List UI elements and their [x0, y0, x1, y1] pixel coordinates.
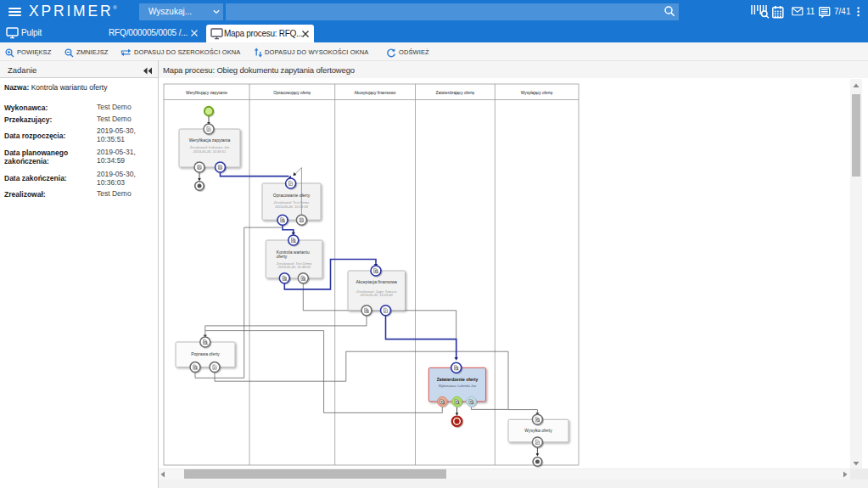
svg-text:Opracowujący ofertę: Opracowujący ofertę — [273, 91, 311, 95]
svg-text:2019-05-30, 10:36:03: 2019-05-30, 10:36:03 — [277, 265, 311, 269]
svg-text:2019-05-30, 10:14:59: 2019-05-30, 10:14:59 — [274, 205, 308, 209]
svg-text:Zatwierdzenie oferty: Zatwierdzenie oferty — [437, 377, 479, 382]
svg-text:Opracowanie oferty: Opracowanie oferty — [273, 193, 311, 198]
svg-text:Akceptujący finansowo: Akceptujący finansowo — [355, 91, 396, 95]
svg-text:Zrealizował: Test Demo: Zrealizował: Test Demo — [273, 200, 310, 205]
svg-text:2019-05-30, 10:29:30: 2019-05-30, 10:29:30 — [360, 293, 394, 297]
svg-text:Poprawa oferty: Poprawa oferty — [191, 351, 220, 356]
svg-text:oferty: oferty — [277, 254, 288, 259]
svg-text:2019-05-30, 10:35:51: 2019-05-30, 10:35:51 — [193, 149, 226, 154]
svg-text:Weryfikujący zapytanie: Weryfikujący zapytanie — [186, 91, 227, 95]
svg-text:Zrealizował: Łobawicz Jan: Zrealizował: Łobawicz Jan — [189, 145, 230, 149]
svg-text:Weryfikacja zapytania: Weryfikacja zapytania — [189, 137, 231, 143]
svg-text:Wykonawca: Lubenka Jan: Wykonawca: Lubenka Jan — [439, 384, 476, 388]
svg-text:Wysyłka oferty: Wysyłka oferty — [524, 428, 552, 433]
svg-text:Akceptacja finansowa: Akceptacja finansowa — [356, 279, 398, 284]
svg-text:Zatwierdzający ofertę: Zatwierdzający ofertę — [436, 91, 475, 95]
svg-text:Wysyłający ofertę: Wysyłający ofertę — [521, 91, 553, 95]
